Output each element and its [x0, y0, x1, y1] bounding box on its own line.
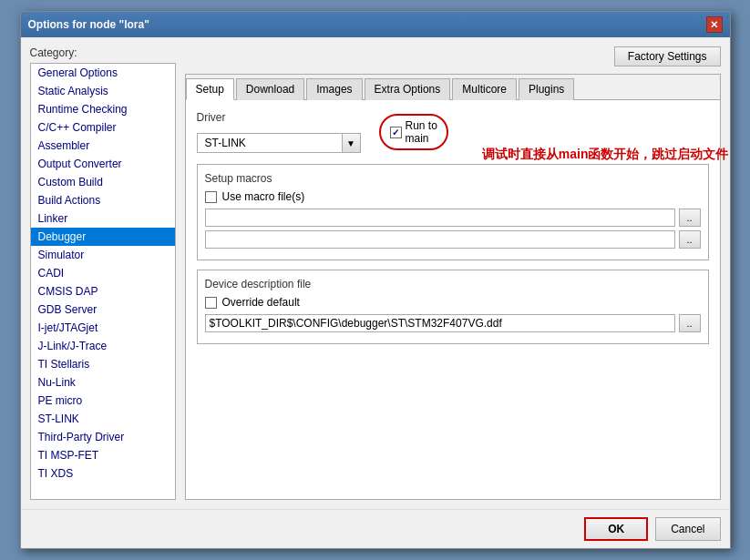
setup-macros-section: Setup macros Use macro file(s) .. .. [197, 164, 709, 260]
override-default-checkbox[interactable] [205, 297, 217, 309]
device-desc-section: Device description file Override default… [197, 270, 709, 344]
category-item-cmsis-dap[interactable]: CMSIS DAP [31, 282, 175, 300]
factory-settings-row: Factory Settings [185, 46, 721, 66]
category-label: Category: [30, 46, 176, 59]
dialog-footer: OK Cancel [21, 509, 730, 548]
category-item-nu-link[interactable]: Nu-Link [31, 373, 175, 392]
category-item-st-link[interactable]: ST-LINK [31, 410, 175, 428]
category-item-j-link[interactable]: J-Link/J-Trace [31, 337, 175, 355]
tab-setup[interactable]: Setup [186, 78, 234, 100]
tabs-bar: SetupDownloadImagesExtra OptionsMulticor… [186, 75, 720, 100]
category-item-linker[interactable]: Linker [31, 209, 175, 228]
device-desc-label: Device description file [205, 278, 701, 290]
category-list: General OptionsStatic AnalysisRuntime Ch… [30, 63, 176, 500]
tab-extra-options[interactable]: Extra Options [365, 78, 451, 100]
category-item-output-converter[interactable]: Output Converter [31, 155, 175, 173]
category-item-cadi[interactable]: CADI [31, 264, 175, 282]
driver-select: ST-LINK ▼ [197, 133, 361, 153]
title-bar: Options for node "lora" ✕ [21, 12, 730, 37]
category-item-debugger[interactable]: Debugger [31, 228, 175, 246]
category-item-third-party[interactable]: Third-Party Driver [31, 428, 175, 446]
category-item-runtime-checking[interactable]: Runtime Checking [31, 100, 175, 118]
category-item-cpp-compiler[interactable]: C/C++ Compiler [31, 118, 175, 137]
override-default-label: Override default [222, 296, 300, 309]
macro-input-2[interactable] [205, 230, 675, 249]
category-item-simulator[interactable]: Simulator [31, 246, 175, 264]
category-item-ti-xds[interactable]: TI XDS [31, 464, 175, 483]
run-to-main-label: Run to main [406, 119, 437, 145]
main-panel: Factory Settings SetupDownloadImagesExtr… [185, 46, 721, 500]
factory-settings-button[interactable]: Factory Settings [614, 46, 721, 66]
category-panel: Category: General OptionsStatic Analysis… [30, 46, 176, 500]
dialog-title: Options for node "lora" [28, 18, 149, 31]
tab-images[interactable]: Images [306, 78, 362, 100]
category-item-ti-msp-fet[interactable]: TI MSP-FET [31, 446, 175, 464]
category-item-assembler[interactable]: Assembler [31, 137, 175, 155]
driver-select-box[interactable]: ST-LINK [197, 133, 343, 153]
driver-row: Driver ST-LINK ▼ Run to main [197, 111, 709, 153]
cancel-button[interactable]: Cancel [655, 517, 720, 541]
macro-input-1[interactable] [205, 209, 675, 227]
use-macro-files-row: Use macro file(s) [205, 190, 701, 203]
macro-input-row-2: .. [205, 230, 701, 249]
category-item-i-jet[interactable]: I-jet/JTAGjet [31, 319, 175, 337]
driver-group: Driver ST-LINK ▼ [197, 111, 361, 153]
device-desc-path-input[interactable] [205, 314, 675, 332]
run-to-main-container: Run to main [379, 114, 448, 150]
category-item-ti-stellaris[interactable]: TI Stellaris [31, 355, 175, 373]
category-item-build-actions[interactable]: Build Actions [31, 191, 175, 209]
tab-plugins[interactable]: Plugins [519, 78, 574, 100]
close-button[interactable]: ✕ [706, 16, 723, 33]
driver-value: ST-LINK [205, 137, 246, 149]
override-default-row: Override default [205, 296, 701, 309]
use-macro-files-checkbox[interactable] [205, 191, 217, 203]
category-item-gdb-server[interactable]: GDB Server [31, 300, 175, 319]
category-item-static-analysis[interactable]: Static Analysis [31, 82, 175, 100]
run-to-main-checkbox[interactable] [390, 127, 402, 138]
macro-input-row-1: .. [205, 209, 701, 227]
category-item-pe-micro[interactable]: PE micro [31, 392, 175, 410]
tab-multicore[interactable]: Multicore [452, 78, 517, 100]
category-item-general-options[interactable]: General Options [31, 64, 175, 82]
tab-download[interactable]: Download [236, 78, 304, 100]
main-dialog: Options for node "lora" ✕ Category: Gene… [20, 11, 731, 549]
device-desc-browse-btn[interactable]: .. [679, 314, 701, 332]
tab-content: Driver ST-LINK ▼ Run to main [186, 100, 720, 499]
ok-button[interactable]: OK [584, 517, 648, 541]
dialog-body: Category: General OptionsStatic Analysis… [21, 37, 730, 509]
device-desc-path-row: .. [205, 314, 701, 332]
category-item-custom-build[interactable]: Custom Build [31, 173, 175, 191]
driver-dropdown-arrow[interactable]: ▼ [343, 133, 361, 153]
setup-macros-label: Setup macros [205, 172, 701, 185]
content-panel: SetupDownloadImagesExtra OptionsMulticor… [185, 74, 721, 500]
driver-label: Driver [197, 111, 361, 124]
macro-browse-btn-1[interactable]: .. [679, 209, 701, 227]
use-macro-files-label: Use macro file(s) [222, 190, 305, 203]
macro-browse-btn-2[interactable]: .. [679, 230, 701, 249]
